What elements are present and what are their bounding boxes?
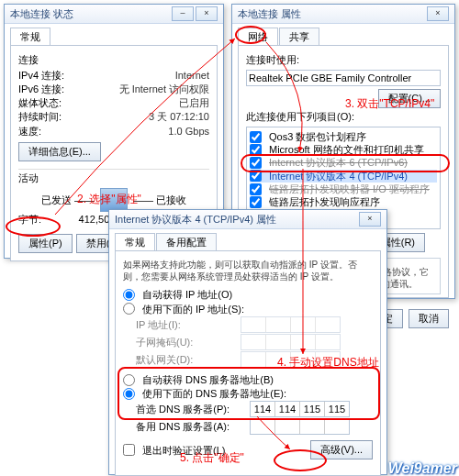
advanced-button[interactable]: 高级(V)... (310, 440, 373, 459)
recv-label: —— 已接收 (133, 194, 186, 206)
radio-manual-dns[interactable] (123, 388, 135, 400)
activity-header: 活动 (18, 172, 209, 184)
conn-header: 连接 (18, 53, 209, 66)
gateway-field (241, 351, 341, 368)
component-item[interactable]: Qos3 数据包计划程序 (250, 130, 437, 143)
tab-general[interactable]: 常规 (10, 28, 50, 45)
auto-dns-label: 自动获得 DNS 服务器地址(B) (142, 373, 274, 386)
gateway-label: 默认网关(D): (136, 353, 237, 366)
brand-logo: Wei9amer (388, 461, 457, 476)
component-checkbox[interactable] (250, 183, 262, 195)
prop-titlebar: 本地连接 属性 × (232, 5, 454, 24)
manual-dns-label: 使用下面的 DNS 服务器地址(E): (142, 387, 286, 400)
cancel-button[interactable]: 取消 (409, 309, 449, 328)
close-button[interactable]: × (427, 6, 449, 21)
connect-using-label: 连接时使用: (246, 53, 441, 66)
dns2-field[interactable] (250, 418, 350, 435)
mask-field (241, 334, 341, 350)
radio-manual-ip[interactable] (123, 303, 135, 315)
component-label: Internet 协议版本 6 (TCP/IPv6) (269, 156, 408, 169)
duration-value: 3 天 07:12:10 (149, 110, 209, 123)
component-checkbox[interactable] (250, 170, 262, 182)
component-checkbox[interactable] (250, 157, 262, 169)
component-item[interactable]: Internet 协议版本 4 (TCP/IPv4) (250, 170, 437, 183)
ipv4-intro: 如果网络支持此功能，则可以获取自动指派的 IP 设置。否则，您需要从网络系统管理… (123, 259, 373, 282)
minimize-button[interactable]: – (172, 6, 194, 21)
status-title: 本地连接 状态 (10, 7, 73, 20)
radio-auto-ip[interactable] (123, 289, 135, 301)
bytes-label: 字节: (18, 213, 41, 226)
validate-label: 退出时验证设置(L) (142, 444, 225, 457)
items-label: 此连接使用下列项目(O): (246, 110, 441, 123)
component-checkbox[interactable] (250, 144, 262, 156)
status-titlebar: 本地连接 状态 –× (5, 5, 223, 24)
configure-button[interactable]: 配置(C)... (378, 89, 441, 108)
ipv4-titlebar: Internet 协议版本 4 (TCP/IPv4) 属性 × (109, 210, 386, 229)
ipv4-value: Internet (175, 69, 209, 82)
auto-ip-label: 自动获得 IP 地址(O) (142, 288, 232, 301)
component-label: 链路层拓扑发现映射器 I/O 驱动程序 (269, 183, 430, 195)
prop-title: 本地连接 属性 (238, 7, 301, 20)
media-label: 媒体状态: (18, 96, 62, 109)
tab-network[interactable]: 网络 (238, 28, 278, 45)
component-checkbox[interactable] (250, 131, 262, 143)
dns1-label: 首选 DNS 服务器(P): (136, 403, 246, 415)
ipv4-title: Internet 协议版本 4 (TCP/IPv4) 属性 (115, 213, 276, 226)
component-label: 链路层拓扑发现响应程序 (269, 195, 380, 208)
mask-label: 子网掩码(U): (136, 336, 237, 349)
component-label: Qos3 数据包计划程序 (269, 130, 366, 143)
tab-general[interactable]: 常规 (115, 233, 155, 250)
properties-button[interactable]: 属性(P) (18, 234, 73, 253)
dns1-field[interactable]: 114114115115 (250, 401, 350, 417)
component-item[interactable]: 链路层拓扑发现映射器 I/O 驱动程序 (250, 183, 437, 195)
ipv6-label: IPv6 连接: (18, 83, 64, 95)
dns2-label: 备用 DNS 服务器(A): (136, 420, 246, 433)
component-checkbox[interactable] (250, 196, 262, 208)
ipv4-label: IPv4 连接: (18, 69, 64, 82)
speed-label: 速度: (18, 125, 41, 138)
ip-label: IP 地址(I): (136, 318, 237, 331)
component-label: Microsoft 网络的文件和打印机共享 (269, 143, 424, 156)
component-item[interactable]: Internet 协议版本 6 (TCP/IPv6) (250, 156, 437, 169)
tab-sharing[interactable]: 共享 (279, 28, 319, 45)
close-button[interactable]: × (359, 212, 381, 227)
close-button[interactable]: × (196, 6, 218, 21)
adapter-field (246, 70, 441, 86)
ipv4-window: Internet 协议版本 4 (TCP/IPv4) 属性 × 常规 备用配置 … (108, 209, 387, 475)
media-value: 已启用 (179, 96, 209, 109)
manual-ip-label: 使用下面的 IP 地址(S): (142, 303, 244, 315)
radio-auto-dns[interactable] (123, 374, 135, 386)
details-button[interactable]: 详细信息(E)... (18, 142, 101, 161)
ipv6-value: 无 Internet 访问权限 (119, 83, 209, 95)
component-label: Internet 协议版本 4 (TCP/IPv4) (269, 170, 408, 183)
component-item[interactable]: 链路层拓扑发现响应程序 (250, 195, 437, 208)
duration-label: 持续时间: (18, 110, 62, 123)
sent-label: 已发送 —— (41, 194, 95, 206)
ip-field (241, 316, 341, 333)
validate-checkbox[interactable] (123, 444, 135, 456)
tab-alt[interactable]: 备用配置 (156, 233, 217, 250)
speed-value: 1.0 Gbps (168, 125, 209, 138)
component-item[interactable]: Microsoft 网络的文件和打印机共享 (250, 143, 437, 156)
